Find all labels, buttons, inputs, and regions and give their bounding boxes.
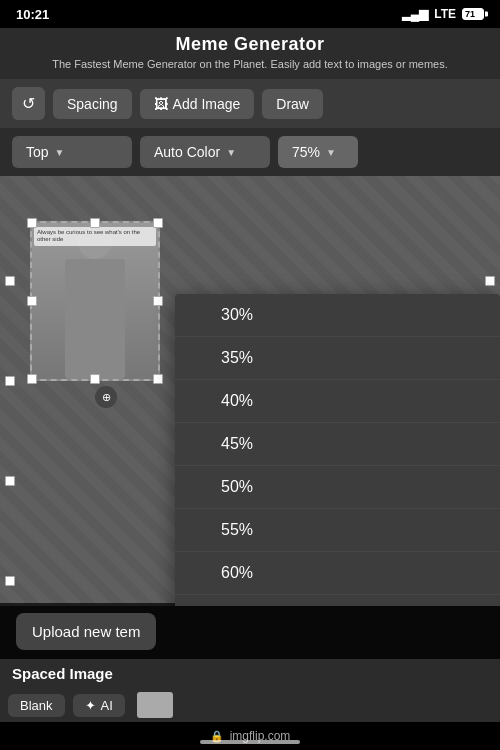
thumbnails-bar: Blank ✦ AI xyxy=(0,688,500,722)
dropdown-item[interactable]: 30% xyxy=(175,294,500,337)
handle-top-mid[interactable] xyxy=(90,218,100,228)
canvas-area[interactable]: Always be curious to see what's on the o… xyxy=(0,176,500,606)
dropdown-item-label: 30% xyxy=(221,306,253,324)
status-bar: 10:21 ▂▄▆ LTE 71 xyxy=(0,0,500,28)
toolbar: ↺ Spacing 🖼 Add Image Draw xyxy=(0,79,500,128)
image-icon: 🖼 xyxy=(154,96,168,112)
chevron-down-icon: ▼ xyxy=(326,147,336,158)
blank-label: Blank xyxy=(20,698,53,713)
dropdown-item[interactable]: 35% xyxy=(175,337,500,380)
dropdown-item-label: 60% xyxy=(221,564,253,582)
app-header: Meme Generator The Fastest Meme Generato… xyxy=(0,28,500,79)
dropdown-item[interactable]: 65% xyxy=(175,595,500,606)
zoom-select[interactable]: 75% ▼ xyxy=(278,136,358,168)
side-handle-left-1[interactable] xyxy=(5,276,15,286)
ai-button[interactable]: ✦ AI xyxy=(73,694,125,717)
app-subtitle: The Fastest Meme Generator on the Planet… xyxy=(0,55,500,75)
dropdown-item-label: 55% xyxy=(221,521,253,539)
meme-frame[interactable]: Always be curious to see what's on the o… xyxy=(30,221,160,381)
time-display: 10:21 xyxy=(16,7,49,22)
position-select[interactable]: Top ▼ xyxy=(12,136,132,168)
spaced-image-label: Spaced Image xyxy=(0,659,500,688)
dropdown-item[interactable]: 45% xyxy=(175,423,500,466)
status-right: ▂▄▆ LTE 71 xyxy=(402,7,484,21)
side-handle-right-1[interactable] xyxy=(485,276,495,286)
dropdown-item-label: 40% xyxy=(221,392,253,410)
side-handle-left-4[interactable] xyxy=(5,576,15,586)
dropdown-item[interactable]: 55% xyxy=(175,509,500,552)
dropdown-item[interactable]: 50% xyxy=(175,466,500,509)
blank-button[interactable]: Blank xyxy=(8,694,65,717)
app-title: Meme Generator xyxy=(0,34,500,55)
auto-color-select[interactable]: Auto Color ▼ xyxy=(140,136,270,168)
chevron-down-icon: ▼ xyxy=(55,147,65,158)
auto-color-label: Auto Color xyxy=(154,144,220,160)
meme-image: Always be curious to see what's on the o… xyxy=(32,223,158,379)
side-handle-left-2[interactable] xyxy=(5,376,15,386)
handle-top-left[interactable] xyxy=(27,218,37,228)
bottom-bar: Upload new tem xyxy=(0,603,500,660)
dropdown-item[interactable]: 60% xyxy=(175,552,500,595)
ai-label: AI xyxy=(101,698,113,713)
footer: 🔒 imgflip.com xyxy=(0,722,500,750)
signal-icon: ▂▄▆ xyxy=(402,7,429,21)
handle-top-right[interactable] xyxy=(153,218,163,228)
refresh-button[interactable]: ↺ xyxy=(12,87,45,120)
position-label: Top xyxy=(26,144,49,160)
handle-mid-right[interactable] xyxy=(153,296,163,306)
upload-button[interactable]: Upload new tem xyxy=(16,613,156,650)
spacing-button[interactable]: Spacing xyxy=(53,89,132,119)
add-image-label: Add Image xyxy=(173,96,241,112)
zoom-dropdown: 30%35%40%45%50%55%60%65%70%✓75%80%85%90%… xyxy=(175,294,500,606)
handle-bot-mid[interactable] xyxy=(90,374,100,384)
thumbnail-image-1[interactable] xyxy=(137,692,173,718)
handle-mid-left[interactable] xyxy=(27,296,37,306)
home-indicator xyxy=(200,740,300,744)
draw-button[interactable]: Draw xyxy=(262,89,323,119)
chevron-down-icon: ▼ xyxy=(226,147,236,158)
dropdown-item-label: 45% xyxy=(221,435,253,453)
handle-bot-left[interactable] xyxy=(27,374,37,384)
side-handle-left-3[interactable] xyxy=(5,476,15,486)
lte-label: LTE xyxy=(434,7,456,21)
dropdown-item[interactable]: 40% xyxy=(175,380,500,423)
ai-icon: ✦ xyxy=(85,698,96,713)
handle-bot-right[interactable] xyxy=(153,374,163,384)
dropdown-item-label: 50% xyxy=(221,478,253,496)
add-image-button[interactable]: 🖼 Add Image xyxy=(140,89,255,119)
controls-row: Top ▼ Auto Color ▼ 75% ▼ xyxy=(0,128,500,176)
battery-icon: 71 xyxy=(462,8,484,20)
zoom-label: 75% xyxy=(292,144,320,160)
dropdown-item-label: 35% xyxy=(221,349,253,367)
